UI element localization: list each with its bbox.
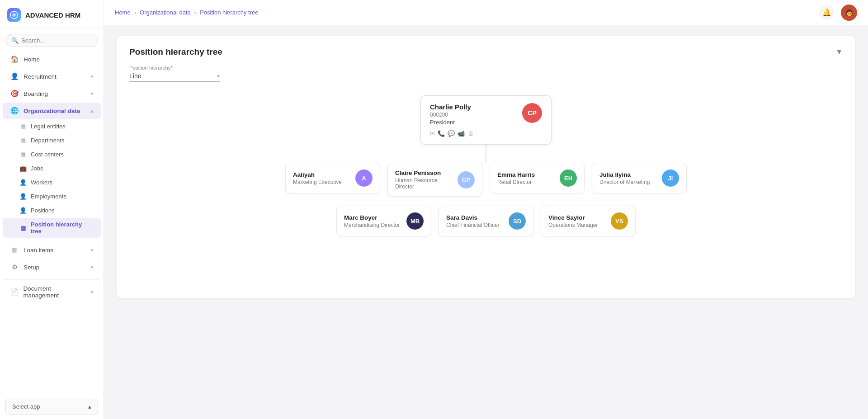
root-badge-initials: CP (528, 109, 536, 117)
user-avatar[interactable]: 👩 (841, 5, 857, 21)
badge-emma: EH (560, 169, 577, 187)
page-title: Position hierarchy tree (129, 47, 222, 57)
node-emma-name: Emma Harris (497, 171, 555, 178)
sidebar-item-departments[interactable]: ▦ Departments (3, 134, 101, 147)
filter-button[interactable]: ▼ (835, 48, 843, 56)
badge-marc: MB (406, 212, 424, 230)
app-name: ADVANCED HRM (25, 11, 80, 19)
chevron-down-icon: ▾ (91, 247, 94, 253)
node-claire[interactable]: Claire Penisson Human Resource Director … (387, 163, 482, 197)
breadcrumb-sep2: › (194, 9, 196, 16)
node-vince[interactable]: Vince Saylor Operations Manager VS (541, 206, 636, 236)
sidebar-item-document-management[interactable]: 📄 Document management ▾ (3, 279, 101, 303)
phone-icon[interactable]: 📞 (438, 130, 445, 137)
root-node[interactable]: Charlie Polly 000200 President ✉ 📞 💬 📹 🖥… (420, 95, 552, 145)
chat-icon[interactable]: 💬 (448, 130, 455, 137)
node-emma-role: Retail Director (497, 179, 555, 185)
sidebar-item-recruitment-label: Recruitment (24, 73, 57, 80)
node-emma[interactable]: Emma Harris Retail Director EH (490, 163, 585, 193)
badge-sara-initials: SD (513, 218, 521, 225)
sidebar-item-legal-label: Legal entities (31, 123, 66, 130)
sidebar-item-setup-label: Setup (24, 264, 39, 271)
select-app-button[interactable]: Select app ▴ (5, 399, 98, 414)
node-julia-name: Julia Ilyina (599, 171, 657, 178)
node-marc[interactable]: Marc Boyer Merchandising Director MB (336, 206, 431, 236)
badge-claire: CP (458, 171, 475, 188)
sidebar-item-legal-entities[interactable]: ▦ Legal entities (3, 120, 101, 133)
breadcrumb-org[interactable]: Organizational data (140, 9, 191, 16)
node-aaliyah[interactable]: Aaliyah Marketing Executive A (285, 163, 380, 193)
sidebar-item-workers[interactable]: 👤 Workers (3, 176, 101, 189)
badge-claire-initials: CP (462, 176, 470, 183)
topbar-right: 🔔 👩 (819, 5, 857, 21)
node-julia-info: Julia Ilyina Director of Marketing (599, 171, 662, 185)
sidebar: ADVANCED HRM 🔍 🏠 Home 👤 Recruitment ▾ 🎯 … (0, 0, 104, 419)
node-sara-role: Chief Financial Officer (446, 222, 504, 228)
sidebar-item-dept-label: Departments (31, 137, 64, 144)
node-marc-name: Marc Boyer (344, 214, 402, 221)
hierarchy-icon: ▦ (19, 225, 27, 231)
root-badge: CP (522, 103, 542, 123)
root-node-name: Charlie Polly (430, 103, 522, 111)
setup-icon: ⚙ (10, 263, 19, 271)
sidebar-item-workers-label: Workers (31, 179, 52, 186)
doc-icon: 📄 (10, 288, 19, 296)
email-icon[interactable]: ✉ (430, 130, 435, 137)
sidebar-item-position-hierarchy[interactable]: ▦ Position hierarchy tree (3, 218, 101, 238)
topbar: Home › Organizational data › Position hi… (104, 0, 868, 25)
sidebar-item-jobs-label: Jobs (31, 165, 43, 172)
video-icon[interactable]: 📹 (458, 130, 465, 137)
chevron-down-icon: ▾ (217, 73, 220, 79)
notification-button[interactable]: 🔔 (819, 5, 835, 20)
node-sara-info: Sara Davis Chief Financial Officer (446, 214, 509, 228)
breadcrumb-home[interactable]: Home (115, 9, 131, 16)
page-card: Position hierarchy tree ▼ Position hiera… (117, 36, 855, 298)
level1-row: Aaliyah Marketing Executive A Claire Pen… (285, 163, 687, 197)
sidebar-item-employments[interactable]: 👤 Employments (3, 190, 101, 203)
search-input[interactable] (21, 37, 92, 44)
node-claire-info: Claire Penisson Human Resource Director (395, 169, 458, 190)
node-sara-name: Sara Davis (446, 214, 504, 221)
sidebar-item-setup[interactable]: ⚙ Setup ▾ (3, 259, 101, 275)
sidebar-item-home[interactable]: 🏠 Home (3, 51, 101, 67)
badge-julia-initials: JI (668, 175, 673, 182)
badge-vince: VS (611, 212, 628, 230)
sidebar-item-recruitment[interactable]: 👤 Recruitment ▾ (3, 68, 101, 85)
chevron-down-icon: ▾ (91, 264, 94, 270)
node-aaliyah-role: Marketing Executive (293, 179, 351, 185)
sidebar-item-organizational-data[interactable]: 🌐 Organizational data ▴ (3, 103, 101, 119)
node-aaliyah-info: Aaliyah Marketing Executive (293, 171, 355, 185)
node-sara[interactable]: Sara Davis Chief Financial Officer SD (439, 206, 533, 236)
node-vince-name: Vince Saylor (548, 214, 606, 221)
badge-sara: SD (509, 212, 526, 230)
sidebar-item-jobs[interactable]: 💼 Jobs (3, 162, 101, 175)
sidebar-item-cost-centers[interactable]: ▦ Cost centers (3, 148, 101, 161)
root-node-role: President (430, 119, 522, 126)
main-content: Home › Organizational data › Position hi… (104, 0, 868, 419)
chevron-down-icon: ▾ (91, 91, 94, 97)
sidebar-item-hierarchy-label: Position hierarchy tree (31, 221, 94, 235)
sidebar-item-cost-label: Cost centers (31, 151, 64, 158)
positions-icon: 👤 (19, 207, 27, 214)
hierarchy-value: Line (129, 72, 141, 80)
breadcrumb-current: Position hierarchy tree (200, 9, 258, 16)
root-node-actions: ✉ 📞 💬 📹 🖥 (430, 130, 522, 137)
sidebar-item-org-label: Organizational data (24, 108, 80, 114)
node-julia[interactable]: Julia Ilyina Director of Marketing JI (592, 163, 687, 193)
sidebar-item-boarding[interactable]: 🎯 Boarding ▾ (3, 85, 101, 102)
badge-marc-initials: MB (410, 218, 420, 225)
sidebar-item-loan[interactable]: ▦ Loan items ▾ (3, 242, 101, 258)
app-logo: ADVANCED HRM (0, 0, 104, 28)
search-box[interactable]: 🔍 (5, 34, 98, 47)
sidebar-bottom: Select app ▴ (0, 394, 104, 419)
filter-icon: ▼ (835, 48, 843, 56)
level2-row: Marc Boyer Merchandising Director MB Sar… (336, 206, 636, 236)
screen-icon[interactable]: 🖥 (467, 130, 473, 137)
sidebar-item-positions[interactable]: 👤 Positions (3, 204, 101, 217)
page-card-header: Position hierarchy tree ▼ (129, 47, 843, 57)
hierarchy-selector: Position hierarchy* Line ▾ (129, 65, 843, 82)
root-node-info: Charlie Polly 000200 President ✉ 📞 💬 📹 🖥 (430, 103, 522, 137)
sidebar-item-positions-label: Positions (31, 207, 55, 214)
org-data-icon: 🌐 (10, 107, 19, 115)
hierarchy-select[interactable]: Line ▾ (129, 72, 220, 82)
